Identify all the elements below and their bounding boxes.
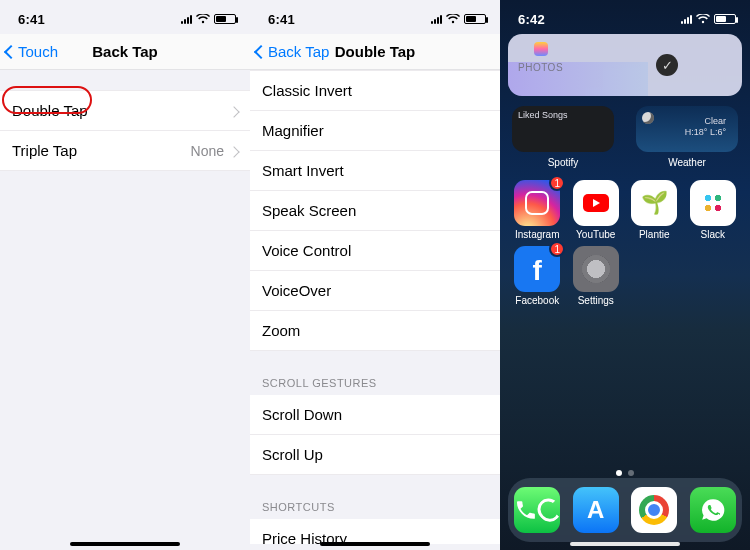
widget-label: Spotify [512,157,614,168]
app-label: Facebook [515,295,559,306]
row-detail: None [191,143,238,159]
home-indicator[interactable] [570,542,680,546]
home-indicator[interactable] [70,542,180,546]
app-whatsapp[interactable] [690,487,736,533]
row-label: Classic Invert [262,82,352,99]
app-icon [631,487,677,533]
chevron-left-icon [6,43,16,60]
app-label: Settings [578,295,614,306]
screen-doubletap-actions: 6:41 Back Tap Double Tap Classic Invert … [250,0,500,550]
chevron-left-icon [256,43,266,60]
widget-weather[interactable]: Clear H:18° L:6° Weather [636,106,738,152]
status-time: 6:41 [18,12,45,27]
app-label: Instagram [515,229,559,240]
chevron-right-icon [230,103,238,119]
status-time: 6:41 [268,12,295,27]
badge: 1 [549,241,565,257]
badge: 1 [549,175,565,191]
app-icon [573,180,619,226]
app-icon [690,487,736,533]
row-label: Smart Invert [262,162,344,179]
row-speak-screen[interactable]: Speak Screen [250,191,500,231]
row-voiceover[interactable]: VoiceOver [250,271,500,311]
status-time: 6:42 [518,12,545,27]
row-label: Zoom [262,322,300,339]
app-app-store[interactable] [573,487,619,533]
wifi-icon [446,14,460,24]
row-scroll-down[interactable]: Scroll Down [250,395,500,435]
app-plantie[interactable]: Plantie [629,180,680,240]
row-detail [230,103,238,119]
row-label: Double Tap [12,102,88,119]
screen-backtap-settings: 6:41 Touch Back Tap Double Tap Triple Ta… [0,0,250,550]
back-label: Touch [18,43,58,60]
back-button[interactable]: Touch [6,43,58,60]
row-smart-invert[interactable]: Smart Invert [250,151,500,191]
options-scroll[interactable]: Classic Invert Magnifier Smart Invert Sp… [250,70,500,544]
moon-icon [642,112,654,124]
row-label: Speak Screen [262,202,356,219]
wifi-icon [196,14,210,24]
widget-title: Liked Songs [512,106,614,125]
battery-icon [464,14,486,24]
chevron-right-icon [230,143,238,159]
row-label: Triple Tap [12,142,77,159]
weather-text: Clear H:18° L:6° [679,112,732,143]
widget-row: Liked Songs Spotify Clear H:18° L:6° Wea… [512,106,738,152]
widget-label: Weather [636,157,738,168]
group-scroll-gestures: SCROLL GESTURES Scroll Down Scroll Up [250,371,500,475]
row-zoom[interactable]: Zoom [250,311,500,351]
app-phone[interactable] [514,487,560,533]
wifi-icon [696,14,710,24]
app-icon [514,487,560,533]
app-slack[interactable]: Slack [688,180,739,240]
dock [508,478,742,542]
app-label: Plantie [639,229,670,240]
app-instagram[interactable]: 1Instagram [512,180,563,240]
app-chrome[interactable] [631,487,677,533]
row-magnifier[interactable]: Magnifier [250,111,500,151]
weather-hilo: H:18° L:6° [685,127,726,138]
weather-cond: Clear [685,116,726,127]
app-settings[interactable]: Settings [571,246,622,306]
cellular-icon [431,14,442,24]
status-right [431,14,486,24]
cellular-icon [681,14,692,24]
widget-spotify[interactable]: Liked Songs Spotify [512,106,614,152]
group-accessibility: Classic Invert Magnifier Smart Invert Sp… [250,70,500,351]
page-indicator[interactable] [500,470,750,476]
app-icon [690,180,736,226]
status-right [681,14,736,24]
app-youtube[interactable]: YouTube [571,180,622,240]
status-bar: 6:41 [250,0,500,34]
status-right [181,14,236,24]
nav-header: Touch Back Tap [0,34,250,70]
row-label: Magnifier [262,122,324,139]
row-label: Scroll Up [262,446,323,463]
app-grid: 1FacebookSettings [512,246,738,306]
back-button[interactable]: Back Tap [256,43,329,60]
group-shortcuts: SHORTCUTS Price History W Water Eject Yo… [250,495,500,544]
row-scroll-up[interactable]: Scroll Up [250,435,500,475]
app-facebook[interactable]: 1Facebook [512,246,563,306]
status-bar: 6:42 [500,0,750,34]
row-classic-invert[interactable]: Classic Invert [250,70,500,111]
app-icon: 1 [514,180,560,226]
row-double-tap[interactable]: Double Tap [0,90,250,131]
app-grid: 1InstagramYouTubePlantieSlack [512,180,738,240]
row-price-history[interactable]: Price History [250,519,500,544]
screen-home: 6:42 PHOTOS ✓ Liked Songs Spotify [500,0,750,550]
row-label: VoiceOver [262,282,331,299]
home-indicator[interactable] [320,542,430,546]
nav-header: Back Tap Double Tap [250,34,500,70]
app-label: YouTube [576,229,615,240]
battery-icon [214,14,236,24]
app-icon [573,487,619,533]
row-voice-control[interactable]: Voice Control [250,231,500,271]
group-header: SHORTCUTS [250,495,500,519]
group-header: SCROLL GESTURES [250,371,500,395]
backtap-group: Double Tap Triple Tap None [0,90,250,171]
row-label: Voice Control [262,242,351,259]
row-triple-tap[interactable]: Triple Tap None [0,131,250,171]
battery-icon [714,14,736,24]
